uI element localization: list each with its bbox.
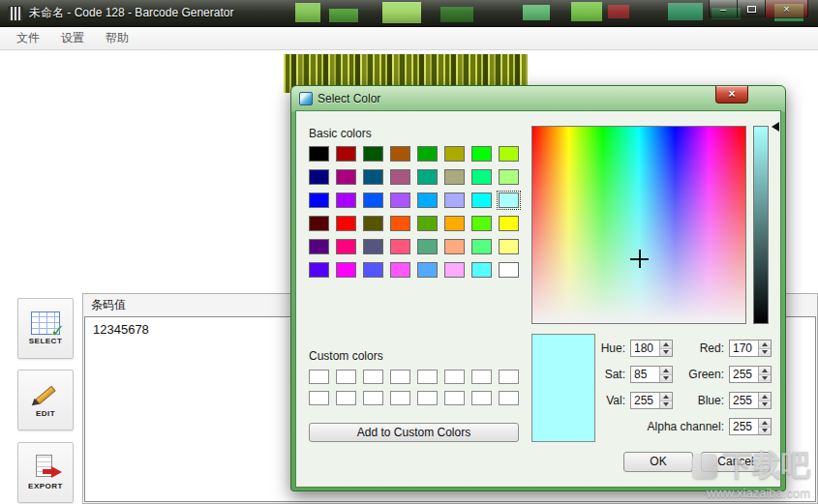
spin-down-button[interactable]	[759, 428, 771, 435]
color-swatch[interactable]	[309, 370, 329, 384]
color-swatch[interactable]	[499, 262, 519, 278]
color-swatch[interactable]	[309, 262, 329, 278]
color-swatch[interactable]	[499, 169, 519, 185]
color-swatch[interactable]	[444, 262, 465, 278]
color-swatch[interactable]	[336, 216, 356, 231]
color-swatch[interactable]	[417, 239, 438, 254]
color-swatch[interactable]	[499, 239, 519, 254]
color-swatch[interactable]	[444, 193, 465, 208]
spin-down-button[interactable]	[759, 401, 771, 409]
picker-crosshair-icon[interactable]	[630, 250, 649, 268]
hue-saturation-picker[interactable]	[531, 126, 746, 324]
color-swatch[interactable]	[309, 169, 329, 185]
color-swatch[interactable]	[309, 216, 329, 231]
dialog-titlebar[interactable]: Select Color	[295, 86, 781, 110]
color-swatch[interactable]	[363, 169, 383, 185]
color-swatch[interactable]	[336, 262, 356, 278]
color-swatch[interactable]	[499, 391, 519, 405]
color-swatch[interactable]	[471, 193, 492, 208]
color-swatch[interactable]	[471, 239, 492, 254]
desktop: 未命名 - Code 128 - Barcode Generator – × 文…	[0, 0, 818, 504]
color-swatch[interactable]	[363, 262, 383, 278]
color-swatch[interactable]	[309, 146, 329, 162]
color-swatch[interactable]	[363, 239, 383, 254]
color-swatch[interactable]	[471, 391, 492, 405]
color-swatch[interactable]	[444, 169, 465, 185]
menu-settings[interactable]: 设置	[50, 27, 95, 49]
color-swatch[interactable]	[390, 370, 410, 384]
spin-up-button[interactable]	[759, 341, 771, 349]
spin-up-button[interactable]	[759, 419, 771, 428]
export-tool-button[interactable]: EXPORT	[17, 442, 74, 503]
spin-down-button[interactable]	[759, 349, 771, 357]
table-check-icon: ✓	[31, 311, 60, 335]
blue-spinbox[interactable]: 255	[729, 392, 772, 409]
color-swatch[interactable]	[417, 193, 438, 208]
color-swatch[interactable]	[471, 169, 492, 185]
maximize-button[interactable]	[738, 0, 766, 18]
color-swatch[interactable]	[417, 169, 438, 185]
main-window-titlebar[interactable]: 未命名 - Code 128 - Barcode Generator – ×	[0, 0, 818, 27]
color-swatch[interactable]	[336, 169, 356, 185]
color-swatch[interactable]	[390, 239, 410, 254]
slider-arrow-icon[interactable]	[772, 122, 779, 132]
value-slider[interactable]	[753, 126, 769, 324]
alpha-spinbox[interactable]: 255	[729, 418, 772, 435]
green-spinbox[interactable]: 255	[729, 366, 772, 383]
color-swatch[interactable]	[417, 146, 438, 162]
color-swatch[interactable]	[444, 391, 465, 405]
color-swatch[interactable]	[336, 193, 356, 208]
color-swatch[interactable]	[444, 216, 465, 231]
color-swatch[interactable]	[390, 193, 410, 208]
color-swatch[interactable]	[390, 169, 410, 185]
color-swatch[interactable]	[471, 216, 492, 231]
color-swatch[interactable]	[471, 370, 492, 384]
color-swatch[interactable]	[336, 370, 356, 384]
minimize-button[interactable]: –	[709, 0, 738, 18]
menu-help[interactable]: 帮助	[95, 27, 139, 49]
spin-up-button[interactable]	[759, 367, 771, 375]
color-swatch[interactable]	[444, 239, 465, 254]
color-swatch[interactable]	[390, 146, 410, 162]
add-to-custom-colors-button[interactable]: Add to Custom Colors	[309, 423, 519, 442]
edit-tool-button[interactable]: EDIT	[17, 370, 74, 430]
color-swatch[interactable]	[363, 391, 383, 405]
color-swatch[interactable]	[363, 216, 383, 231]
select-tool-button[interactable]: ✓ SELECT	[17, 298, 74, 359]
dialog-close-button[interactable]: ×	[715, 86, 748, 104]
color-swatch[interactable]	[444, 370, 465, 384]
cancel-button[interactable]: Cancel	[701, 452, 771, 472]
close-icon: ×	[783, 3, 789, 15]
color-swatch[interactable]	[499, 193, 519, 208]
color-swatch[interactable]	[336, 239, 356, 254]
color-swatch[interactable]	[390, 262, 410, 278]
color-swatch[interactable]	[363, 146, 383, 162]
color-swatch[interactable]	[336, 391, 356, 405]
spin-up-button[interactable]	[759, 393, 771, 401]
red-spinbox[interactable]: 170	[729, 340, 772, 357]
dialog-content: Basic colors Custom colors Add to Custom…	[295, 110, 781, 488]
color-swatch[interactable]	[390, 391, 410, 405]
color-swatch[interactable]	[417, 216, 438, 231]
color-swatch[interactable]	[499, 370, 519, 384]
color-swatch[interactable]	[499, 216, 519, 231]
color-swatch[interactable]	[363, 370, 383, 384]
spin-down-button[interactable]	[759, 375, 771, 383]
color-swatch[interactable]	[417, 391, 438, 405]
pencil-icon	[31, 382, 60, 407]
color-swatch[interactable]	[417, 262, 438, 278]
color-swatch[interactable]	[336, 146, 356, 162]
color-swatch[interactable]	[309, 193, 329, 208]
color-swatch[interactable]	[499, 146, 519, 162]
color-swatch[interactable]	[417, 370, 438, 384]
menu-file[interactable]: 文件	[6, 27, 50, 49]
color-swatch[interactable]	[390, 216, 410, 231]
color-swatch[interactable]	[471, 262, 492, 278]
close-button[interactable]: ×	[766, 0, 808, 18]
color-swatch[interactable]	[309, 391, 329, 405]
color-swatch[interactable]	[309, 239, 329, 254]
color-swatch[interactable]	[363, 193, 383, 208]
color-swatch[interactable]	[444, 146, 465, 162]
ok-button[interactable]: OK	[623, 452, 693, 472]
color-swatch[interactable]	[471, 146, 492, 162]
